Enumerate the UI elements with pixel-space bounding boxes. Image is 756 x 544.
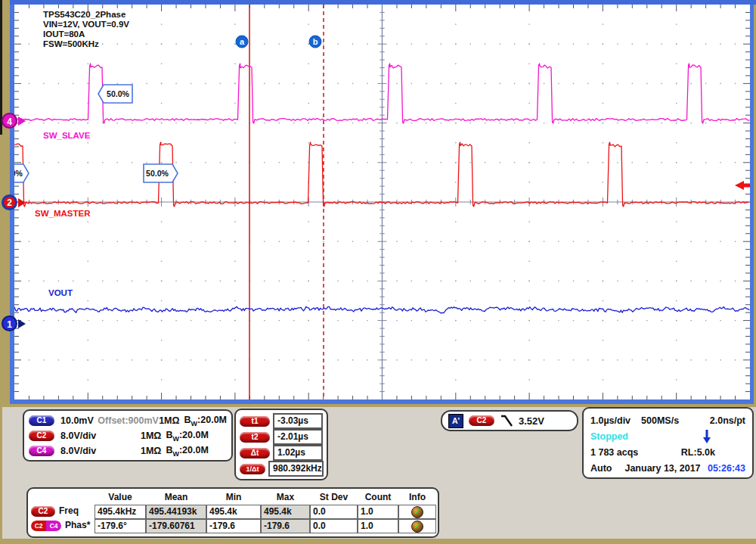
cursor-readout-panel[interactable]: t1 -3.03µs t2 -2.01µs Δt 1.02µs 1/Δt 980… [234,409,328,480]
c2-impedance: 1MΩ [141,431,161,441]
freq-count: 1.0 [358,505,398,519]
meas-header-mean: Mean [146,490,206,505]
channel-2-arrow-icon [18,198,26,207]
phase-info-cell[interactable]: ✓ [398,519,436,533]
record-length: RL:5.0k [681,447,715,458]
channel-row-c1: C1 10.0mV Offset:900mV 1MΩ BW:20.0M [29,413,227,428]
channel-badge-4[interactable]: 4 [2,113,17,129]
phase-mean: -179.60761 [146,519,206,533]
bw-w: W [172,449,179,457]
cursor-b-marker[interactable]: b [309,36,321,48]
oscilloscope-screen: TPS543C20_2Phase VIN=12V, VOUT=0.9V IOUT… [0,0,756,544]
freq-name: Freq [59,505,79,518]
cursor-row-dt: Δt 1.02µs [240,445,323,461]
t2-value: -2.01µs [273,429,323,445]
meas-header-info: Info [398,490,436,505]
falling-edge-icon [500,414,513,427]
meas-row-phase-label: C2C4 Phas* [31,519,94,532]
channel-badge-2[interactable]: 2 [2,194,17,210]
duty-callout-c4-label: 50.0% [107,89,129,98]
trigger-mode: Auto [590,463,612,474]
resolution: 2.0ns/pt [710,415,745,426]
freq-value: 495.4kHz [94,505,146,519]
cursor-a-label: a [240,37,245,46]
duty-callout-c2-label: 50.0% [146,169,169,178]
c4-scale: 8.0V/div [60,446,141,456]
time-label: 05:26:43 [708,463,745,474]
freq-max: 495.4k [261,505,310,519]
timebase: 1.0µs/div [590,415,631,426]
info-icon[interactable]: ✓ [411,506,423,518]
channel-1-arrow-icon [18,319,26,328]
c2-bandwidth: BW:20.0M [166,430,208,443]
phase-count: 1.0 [358,519,398,533]
datetime-row: Auto January 13, 2017 05:26:43 [590,460,745,476]
measurement-table: Value Mean Min Max St Dev Count Info C2 … [31,490,435,533]
measurement-table-panel[interactable]: Value Mean Min Max St Dev Count Info C2 … [26,487,439,538]
acq-state: Stopped [590,431,628,442]
bw-val: :20.0M [197,415,227,425]
screen-edge-strip [0,0,2,135]
meas-row-freq-label: C2 Freq [31,505,94,518]
cursor-a-marker[interactable]: a [236,36,248,48]
channel-row-c2: C2 8.0V/div 1MΩ BW:20.0M [29,428,227,443]
timebase-row: 1.0µs/div 500MS/s 2.0ns/pt [590,412,745,428]
trigger-level: 3.52V [519,415,544,427]
cursor-row-t1: t1 -3.03µs [240,413,323,429]
t2-pill: t2 [240,432,270,443]
duty-callout-c4[interactable]: 50.0% [98,85,132,103]
channel-badge-1[interactable]: 1 [2,316,17,331]
annotation-line: FSW=500KHz [43,39,99,48]
horizontal-acquisition-panel[interactable]: 1.0µs/div 500MS/s 2.0ns/pt Stopped 1 783… [582,407,754,479]
info-icon[interactable]: ✓ [411,521,423,533]
phase-value: -179.6° [94,519,146,533]
c1-pill[interactable]: C1 [29,415,54,426]
freq-stdev: 0.0 [310,505,358,519]
phase-stdev: 0.0 [310,519,358,533]
acq-count: 1 783 acqs [590,447,638,458]
bw-b: B [184,415,191,425]
c1-offset: Offset:900mV [98,415,159,426]
meas-header-count: Count [358,490,398,505]
meas-header-blank [31,490,94,505]
c4-pill[interactable]: C4 [29,446,54,456]
inv-dt-pill: 1/Δt [240,464,265,474]
cursor-row-inv-dt: 1/Δt 980.392kHz [240,461,323,477]
t1-value: -3.03µs [273,413,323,429]
cursor-row-t2: t2 -2.01µs [240,429,323,445]
meas-header-value: Value [94,490,146,505]
annotation-line: IOUT=80A [43,30,85,39]
bw-val: :20.0M [179,445,209,455]
freq-info-cell[interactable]: ✓ [398,505,436,519]
trigger-a-badge: A' [448,414,463,428]
duty-callout-c2[interactable]: 50.0% [144,164,178,182]
trigger-panel[interactable]: A' C2 3.52V [441,410,578,431]
phase-max: -179.6 [261,519,310,533]
cursor-b-label: b [313,37,318,46]
c4-bandwidth: BW:20.0M [166,445,208,458]
bw-w: W [172,434,179,442]
t1-pill: t1 [240,416,270,427]
inv-dt-value: 980.392kHz [268,461,324,477]
waveform-display: TPS543C20_2Phase VIN=12V, VOUT=0.9V IOUT… [14,5,750,399]
bw-val: :20.0M [179,430,209,440]
channel-row-c4: C4 8.0V/div 1MΩ BW:20.0M [29,443,227,459]
sample-rate: 500MS/s [641,415,679,426]
annotation-line: VIN=12V, VOUT=0.9V [43,20,129,29]
annotation-block: TPS543C20_2Phase VIN=12V, VOUT=0.9V IOUT… [43,10,129,48]
duty-callout-c2-clipped[interactable]: 50.0% [14,164,29,182]
trace-label-vout: VOUT [48,288,73,297]
graticule-frame: TPS543C20_2Phase VIN=12V, VOUT=0.9V IOUT… [10,5,754,404]
freq-mean: 495.44193k [146,505,206,519]
c2-pill[interactable]: C2 [29,431,54,441]
c2-scale: 8.0V/div [60,431,141,441]
meas-header-stdev: St Dev [310,490,358,505]
vertical-settings-panel[interactable]: C1 10.0mV Offset:900mV 1MΩ BW:20.0M C2 8… [23,409,233,462]
acq-state-row: Stopped [590,428,745,444]
trace-label-sw-slave: SW_SLAVE [43,131,91,140]
phase-source-pill: C2C4 [31,521,61,531]
freq-min: 495.4k [206,505,261,519]
phase-name: Phas* [65,519,90,532]
trigger-level-arrow[interactable] [735,181,750,190]
trace-label-sw-master: SW_MASTER [35,209,91,218]
